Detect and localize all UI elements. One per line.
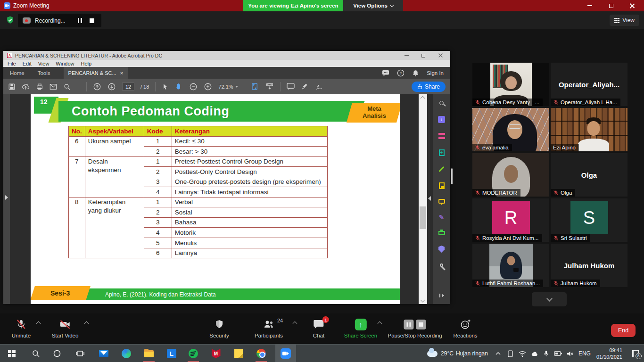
acrobat-maximize-button[interactable] <box>416 51 430 60</box>
previous-page-icon[interactable] <box>93 82 101 91</box>
pause-recording-button[interactable] <box>78 18 82 23</box>
stop-recording-icon[interactable] <box>416 320 426 329</box>
save-icon[interactable] <box>8 83 16 90</box>
participant-tile[interactable]: Olga Olga <box>551 153 627 197</box>
tab-close-icon[interactable]: × <box>120 70 123 76</box>
zoom-level-dropdown[interactable]: 72.1% <box>218 84 238 90</box>
organize-pages-icon[interactable] <box>437 131 446 141</box>
scrollbar-thumb[interactable] <box>420 206 426 229</box>
lark-icon[interactable]: L <box>162 348 181 359</box>
print-icon[interactable] <box>36 83 43 90</box>
video-options-caret[interactable] <box>84 321 89 326</box>
close-button[interactable] <box>624 0 640 11</box>
view-options-button[interactable]: View Options <box>343 0 403 11</box>
participant-tile[interactable]: R Rosyida Ani Dwi Kum... <box>472 198 549 242</box>
select-tool-icon[interactable] <box>162 83 169 90</box>
chat-button[interactable]: 1 Chat <box>313 318 324 338</box>
open-tools-pane-icon[interactable] <box>437 290 446 300</box>
edit-pdf-icon[interactable] <box>437 164 446 174</box>
file-explorer-icon[interactable] <box>140 348 158 359</box>
minimize-button[interactable] <box>582 0 598 11</box>
sticky-notes-icon[interactable] <box>229 348 248 359</box>
unmute-button[interactable]: Unmute <box>12 318 31 338</box>
vertical-scrollbar[interactable] <box>419 94 427 304</box>
participant-tile[interactable]: Operator_Aliyah... Operator_Aliyah L Ha.… <box>551 63 627 106</box>
participant-tile[interactable]: Julham Hukom Julham Hukom <box>551 244 627 287</box>
menu-edit[interactable]: Edit <box>23 61 32 66</box>
mail-icon[interactable] <box>94 348 113 359</box>
encryption-shield-icon[interactable] <box>6 16 15 26</box>
bell-icon[interactable] <box>412 69 419 77</box>
chrome-icon[interactable] <box>252 348 271 359</box>
tab-tools[interactable]: Tools <box>31 67 57 79</box>
start-video-button[interactable]: Start Video <box>52 318 79 338</box>
expand-nav-pane-icon[interactable] <box>5 195 8 200</box>
wifi-icon[interactable] <box>516 351 528 357</box>
menu-help[interactable]: Help <box>81 61 91 66</box>
sign-in-button[interactable]: Sign In <box>427 70 444 76</box>
reactions-button[interactable]: Reactions <box>453 318 477 338</box>
fit-width-icon[interactable] <box>265 82 274 90</box>
more-participants-button[interactable] <box>532 292 567 306</box>
battery-icon[interactable] <box>552 351 564 356</box>
scroll-down-icon[interactable] <box>421 298 425 303</box>
cortana-icon[interactable] <box>48 348 66 359</box>
share-button[interactable]: Share <box>412 82 446 92</box>
weather-desc[interactable]: Hujan ringan <box>456 350 488 357</box>
participant-tile[interactable]: Cobena Desy Yanty - ... <box>472 63 549 106</box>
pause-recording-icon[interactable] <box>404 320 413 329</box>
collapse-tools-pane-icon[interactable] <box>428 196 431 201</box>
highlighter-icon[interactable] <box>301 83 309 90</box>
edge-icon[interactable] <box>117 348 136 359</box>
tray-mic-icon[interactable] <box>541 350 552 357</box>
menu-window[interactable]: Window <box>56 61 74 66</box>
search-tool-icon[interactable] <box>437 98 446 108</box>
action-center-icon[interactable]: 8 <box>626 350 644 357</box>
onedrive-icon[interactable] <box>528 351 541 356</box>
comment-tool-icon[interactable] <box>287 83 295 90</box>
sign-pen-icon[interactable] <box>315 83 323 90</box>
participant-tile[interactable]: S Sri Sulastri <box>551 198 627 242</box>
security-button[interactable]: Security <box>209 318 229 338</box>
participant-tile[interactable]: MODERATOR <box>472 153 549 197</box>
fill-sign-icon[interactable]: ✎ <box>437 212 446 222</box>
export-pdf-icon[interactable]: ↓ <box>437 115 446 124</box>
print-production-icon[interactable] <box>437 228 446 238</box>
pause-stop-recording-button[interactable]: Pause/Stop Recording <box>388 318 442 338</box>
start-button[interactable] <box>2 348 21 359</box>
menu-file[interactable]: File <box>8 61 16 66</box>
acrobat-minimize-button[interactable] <box>399 51 413 60</box>
hidden-icons-chevron[interactable] <box>492 352 505 355</box>
comment-file-icon[interactable] <box>437 181 446 190</box>
participants-options-caret[interactable] <box>293 321 297 326</box>
participant-tile[interactable]: Luthfi Fahmi Roshaan... <box>472 244 549 287</box>
zoom-taskbar-active[interactable] <box>275 345 296 362</box>
email-icon[interactable] <box>50 83 57 90</box>
end-meeting-button[interactable]: End <box>611 324 636 337</box>
panel-resize-handle[interactable] <box>451 168 453 184</box>
maximize-button[interactable] <box>603 0 619 11</box>
taskbar-search-icon[interactable] <box>26 348 45 359</box>
weather-icon[interactable] <box>425 351 439 357</box>
stop-recording-button[interactable] <box>90 18 94 23</box>
zoom-in-icon[interactable] <box>204 82 212 91</box>
fit-page-icon[interactable] <box>251 82 259 90</box>
weather-temp[interactable]: 29°C <box>441 350 454 357</box>
protect-icon[interactable] <box>437 244 446 254</box>
search-icon[interactable] <box>63 83 71 90</box>
tab-home[interactable]: Home <box>3 67 31 79</box>
taskbar-clock[interactable]: 09:41 01/10/2021 <box>596 347 622 361</box>
share-options-caret[interactable] <box>378 321 382 326</box>
tab-document[interactable]: PENCARIAN & SC... × <box>64 67 128 79</box>
audio-options-caret[interactable] <box>36 321 41 326</box>
more-tools-icon[interactable] <box>437 260 446 270</box>
next-page-icon[interactable] <box>107 82 116 91</box>
page-number-input[interactable]: 12 <box>122 82 134 90</box>
language-indicator[interactable]: ENG <box>577 350 593 357</box>
your-phone-icon[interactable] <box>505 350 516 357</box>
scroll-up-icon[interactable] <box>421 96 425 101</box>
create-pdf-icon[interactable]: + <box>437 148 446 157</box>
share-screen-button[interactable]: ↑ Share Screen <box>344 318 377 338</box>
gallery-view-button[interactable]: View <box>610 15 639 26</box>
hand-tool-icon[interactable] <box>175 82 183 90</box>
